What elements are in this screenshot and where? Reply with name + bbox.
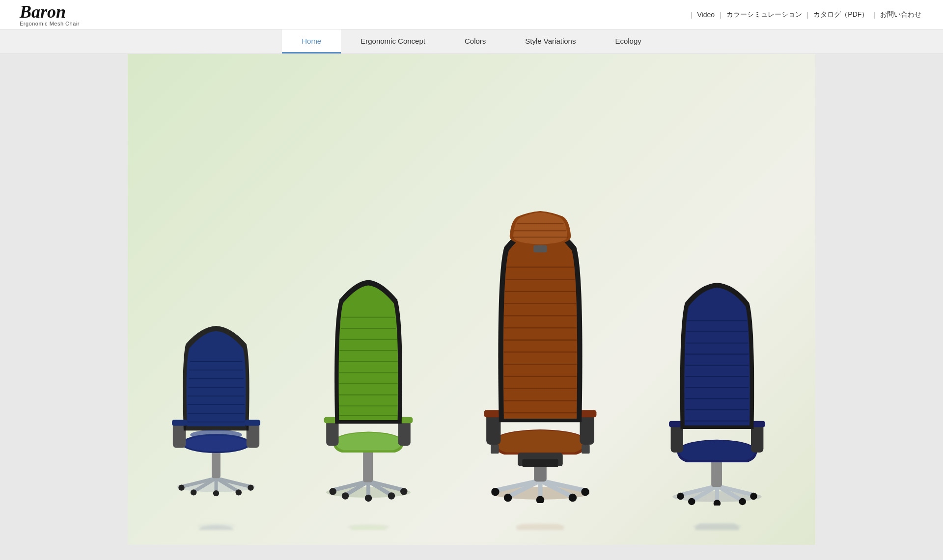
- svg-point-64: [491, 488, 499, 496]
- svg-rect-77: [582, 445, 589, 453]
- svg-point-7: [191, 489, 196, 495]
- svg-point-26: [190, 430, 242, 440]
- svg-rect-73: [580, 413, 594, 445]
- svg-point-104: [688, 498, 695, 506]
- svg-rect-24: [172, 420, 188, 426]
- svg-point-8: [213, 490, 219, 496]
- top-nav-color-sim[interactable]: カラーシミュレーション: [724, 10, 804, 19]
- chair-green-reflection: [337, 504, 399, 530]
- header: Baron Ergonomic Mesh Chair | Video | カラー…: [0, 0, 943, 29]
- separator-1: |: [691, 11, 693, 19]
- chair-navy-reflection: [680, 506, 754, 530]
- svg-point-38: [365, 495, 372, 502]
- separator-3: |: [807, 11, 809, 19]
- chairs-container: [128, 211, 815, 545]
- svg-rect-76: [491, 445, 499, 453]
- svg-point-10: [248, 484, 253, 490]
- svg-rect-94: [533, 245, 547, 253]
- top-navigation: | Video | カラーシミュレーション | カタログ（PDF） | お問い合…: [688, 10, 923, 19]
- svg-point-107: [750, 493, 757, 500]
- svg-rect-72: [486, 413, 500, 445]
- main-navigation: Home Ergonomic Concept Colors Style Vari…: [0, 29, 943, 54]
- hero-section: [128, 54, 815, 545]
- top-nav-contact[interactable]: お問い合わせ: [878, 10, 923, 19]
- svg-point-65: [504, 494, 512, 502]
- svg-rect-25: [245, 420, 260, 426]
- chair-brown-reflection: [502, 503, 579, 530]
- svg-point-36: [330, 488, 336, 495]
- chair-navy: [643, 265, 791, 530]
- svg-point-68: [581, 488, 589, 496]
- separator-4: |: [873, 11, 875, 19]
- chair-blue-image: [152, 275, 280, 500]
- logo-area: Baron Ergonomic Mesh Chair: [20, 3, 80, 27]
- svg-point-103: [677, 493, 684, 500]
- brand-logo: Baron: [20, 3, 80, 21]
- chair-brown: [457, 211, 624, 530]
- svg-point-39: [388, 492, 395, 499]
- chair-blue: [152, 275, 280, 530]
- top-nav-catalog[interactable]: カタログ（PDF）: [811, 10, 870, 19]
- svg-point-40: [400, 488, 407, 495]
- chair-navy-image: [643, 265, 791, 506]
- svg-point-67: [569, 494, 577, 502]
- svg-point-106: [739, 498, 746, 506]
- svg-point-37: [342, 492, 349, 499]
- chair-green-image: [300, 255, 437, 504]
- svg-rect-71: [522, 459, 558, 467]
- svg-point-9: [236, 489, 242, 495]
- chair-green: [300, 255, 437, 530]
- svg-point-6: [178, 484, 184, 490]
- nav-ecology[interactable]: Ecology: [595, 29, 661, 53]
- nav-style[interactable]: Style Variations: [505, 29, 595, 53]
- nav-ergonomic[interactable]: Ergonomic Concept: [341, 29, 445, 53]
- chair-brown-image: [457, 211, 624, 503]
- nav-colors[interactable]: Colors: [445, 29, 505, 53]
- brand-tagline: Ergonomic Mesh Chair: [20, 21, 80, 27]
- separator-2: |: [720, 11, 721, 19]
- top-nav-video[interactable]: Video: [695, 11, 717, 19]
- nav-home[interactable]: Home: [282, 29, 341, 53]
- chair-blue-reflection: [188, 500, 245, 530]
